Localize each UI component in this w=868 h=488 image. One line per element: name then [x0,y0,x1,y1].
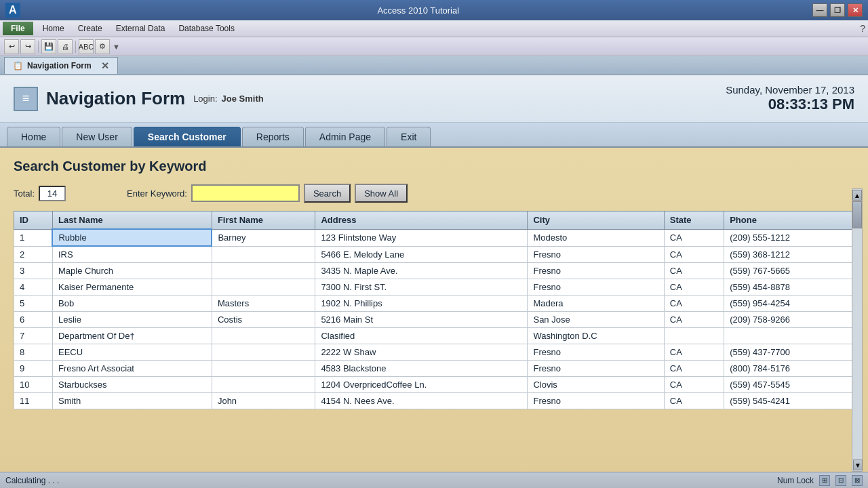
scroll-thumb[interactable] [852,201,862,228]
cell-row6-col5: CA [664,312,724,328]
cell-row2-col6: (559) 368-1212 [724,246,854,263]
cell-row5-col1[interactable]: Bob [52,296,212,312]
col-address: Address [315,211,528,230]
toolbar-separator-2 [75,41,76,53]
table-row[interactable]: 2IRS5466 E. Melody LaneFresnoCA(559) 368… [14,246,854,263]
cell-row1-col1[interactable]: Rubble [52,229,212,246]
cell-row9-col1[interactable]: Fresno Art Associat [52,361,212,377]
cell-row7-col1[interactable]: Department Of De† [52,328,212,344]
cell-row4-col4: Fresno [528,279,664,296]
navigation-form-tab[interactable]: 📋 Navigation Form ✕ [4,57,118,74]
table-row[interactable]: 4Kaiser Permanente7300 N. First ST.Fresn… [14,279,854,296]
cell-row9-col6: (800) 784-5176 [724,361,854,377]
cell-row7-col6 [724,328,854,344]
undo-button[interactable]: ↩ [4,39,19,54]
num-lock-status: Num Lock [777,476,814,485]
cell-row9-col0[interactable]: 9 [14,361,53,377]
data-table: ID Last Name First Name Address City Sta… [14,211,854,409]
cell-row10-col0[interactable]: 10 [14,377,53,393]
cell-row4-col1[interactable]: Kaiser Permanente [52,279,212,296]
nav-search-customer-button[interactable]: Search Customer [134,127,241,146]
cell-row7-col3: Clasified [315,328,528,344]
cell-row11-col6: (559) 545-4241 [724,393,854,409]
restore-button[interactable]: ❐ [830,3,845,17]
cell-row11-col3: 4154 N. Nees Ave. [315,393,528,409]
cell-row1-col0[interactable]: 1 [14,229,53,246]
print-button[interactable]: 🖨 [58,39,73,54]
col-last-name: Last Name [52,211,212,230]
cell-row9-col5: CA [664,361,724,377]
menu-home[interactable]: Home [36,22,71,35]
nav-reports-button[interactable]: Reports [242,127,304,146]
form-body: Search Customer by Keyword Total: 14 Ent… [0,148,868,472]
form-title: Navigation Form [46,88,185,109]
cell-row1-col4: Modesto [528,229,664,246]
window-title: Access 2010 Tutorial [24,5,812,16]
cell-row2-col1[interactable]: IRS [52,246,212,263]
cell-row7-col5 [664,328,724,344]
menu-create[interactable]: Create [71,22,109,35]
cell-row8-col1[interactable]: EECU [52,344,212,361]
cell-row3-col1[interactable]: Maple Church [52,263,212,279]
dropdown-arrow[interactable]: ▼ [113,43,120,51]
cell-row8-col0[interactable]: 8 [14,344,53,361]
table-row[interactable]: 9Fresno Art Associat4583 BlackstoneFresn… [14,361,854,377]
cell-row10-col1[interactable]: Starbuckses [52,377,212,393]
cell-row4-col0[interactable]: 4 [14,279,53,296]
cell-row6-col1[interactable]: Leslie [52,312,212,328]
keyword-input[interactable] [191,184,300,202]
ribbon-menu: File Home Create External Data Database … [0,20,868,37]
login-area: Login: Joe Smith [193,94,264,104]
nav-form-tab-close[interactable]: ✕ [101,60,109,71]
table-row[interactable]: 7Department Of De†ClasifiedWashington D.… [14,328,854,344]
nav-admin-page-button[interactable]: Admin Page [305,127,385,146]
cell-row1-col3: 123 Flintstone Way [315,229,528,246]
nav-exit-button[interactable]: Exit [387,127,431,146]
datetime-area: Sunday, November 17, 2013 08:33:13 PM [726,84,854,113]
col-first-name: First Name [212,211,315,230]
cell-row4-col3: 7300 N. First ST. [315,279,528,296]
title-bar: A Access 2010 Tutorial — ❐ ✕ [0,0,868,20]
cell-row11-col2: John [212,393,315,409]
nav-home-button[interactable]: Home [7,127,60,146]
status-right: Num Lock ⊞ ⊡ ⊠ [777,475,863,486]
cell-row8-col4: Fresno [528,344,664,361]
nav-form-tab-label: Navigation Form [27,61,92,70]
spell-button[interactable]: ABC [79,39,94,54]
redo-button[interactable]: ↪ [20,39,35,54]
minimize-button[interactable]: — [812,3,827,17]
cell-row3-col0[interactable]: 3 [14,263,53,279]
vertical-scrollbar[interactable]: ▲ ▼ [852,188,863,472]
table-row[interactable]: 10Starbuckses1204 OverpricedCoffee Ln.Cl… [14,377,854,393]
search-button[interactable]: Search [304,184,351,203]
table-row[interactable]: 3Maple Church3435 N. Maple Ave.FresnoCA(… [14,263,854,279]
menu-external-data[interactable]: External Data [109,22,172,35]
save-button[interactable]: 💾 [41,39,56,54]
menu-database-tools[interactable]: Database Tools [172,22,241,35]
total-area: Total: 14 [14,186,66,201]
table-row[interactable]: 1RubbleBarney123 Flintstone WayModestoCA… [14,229,854,246]
settings-button[interactable]: ⚙ [95,39,110,54]
table-row[interactable]: 6LeslieCostis5216 Main StSan JoseCA(209)… [14,312,854,328]
cell-row2-col0[interactable]: 2 [14,246,53,263]
cell-row8-col6: (559) 437-7700 [724,344,854,361]
toolbar-separator-1 [38,41,39,53]
table-row[interactable]: 5BobMasters1902 N. PhillipsMaderaCA(559)… [14,296,854,312]
nav-new-user-button[interactable]: New User [62,127,132,146]
close-button[interactable]: ✕ [848,3,863,17]
cell-row6-col0[interactable]: 6 [14,312,53,328]
table-row[interactable]: 8EECU2222 W ShawFresnoCA(559) 437-7700 [14,344,854,361]
menu-file[interactable]: File [3,22,33,35]
cell-row11-col1[interactable]: Smith [52,393,212,409]
search-bar: Total: 14 Enter Keyword: Search Show All [14,184,854,203]
cell-row11-col0[interactable]: 11 [14,393,53,409]
cell-row7-col0[interactable]: 7 [14,328,53,344]
col-city: City [528,211,664,230]
cell-row5-col0[interactable]: 5 [14,296,53,312]
col-phone: Phone [724,211,854,230]
table-row[interactable]: 11SmithJohn4154 N. Nees Ave.FresnoCA(559… [14,393,854,409]
login-label: Login: [193,94,217,104]
show-all-button[interactable]: Show All [355,184,408,203]
cell-row3-col4: Fresno [528,263,664,279]
help-icon[interactable]: ? [860,23,865,34]
